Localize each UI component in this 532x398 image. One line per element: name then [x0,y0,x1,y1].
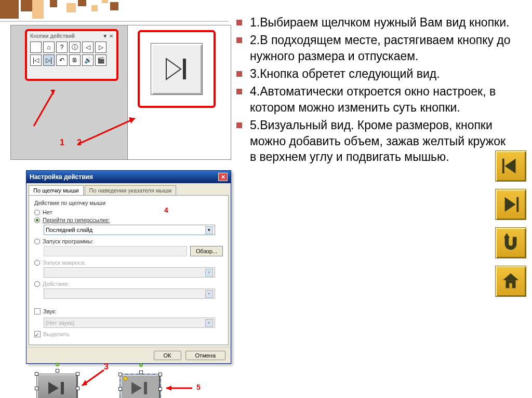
close-icon[interactable]: ✕ [218,173,228,181]
radio-none[interactable] [34,210,40,215]
action-btn-movie[interactable]: 🎬 [95,54,107,66]
nav-home-button[interactable] [495,266,526,297]
svg-line-2 [34,90,55,126]
button-preview [138,30,216,108]
svg-marker-18 [504,233,510,238]
placed-button-5[interactable] [119,374,161,398]
cancel-button[interactable]: Отмена [185,351,225,360]
action-btn-first[interactable]: |◁ [30,54,42,66]
highlight-checkbox[interactable] [34,331,41,337]
placed-button-3[interactable] [36,374,78,398]
ok-button[interactable]: ОК [154,351,181,360]
radio-action [34,281,40,287]
action-btn-help[interactable]: ? [56,42,68,53]
radio-macro [34,260,40,266]
svg-line-4 [78,118,135,144]
action-settings-dialog: Настройка действия ✕ По щелчку мыши По н… [26,170,231,364]
svg-rect-7 [61,382,64,394]
step-2: 2.В подходящем месте, растягиваем кнопку… [236,32,512,64]
nav-return-button[interactable] [495,227,526,258]
label-1: 1 [60,138,64,147]
decorative-squares [0,0,135,26]
sound-checkbox[interactable] [34,308,41,314]
hyperlink-combo[interactable]: Последний слайд▾ [44,225,215,235]
step-1: 1.Выбираем щелчком нужный Вам вид кнопки… [236,15,512,30]
svg-marker-19 [503,273,518,280]
chevron-down-icon[interactable]: ▾ [205,226,213,234]
action-btn-doc[interactable]: 🗎 [69,54,81,66]
svg-marker-6 [48,382,59,394]
action-buttons-toolbar: Кнопки действий ▼ ✕ ⌂ ? ⓘ ◁ ▷ |◁ ▷| ↶ 🗎 … [25,29,118,81]
macro-combo: ▾ [44,267,215,278]
toolbar-title: Кнопки действий [30,33,75,39]
svg-marker-14 [505,159,516,174]
nav-prev-button[interactable] [495,150,526,182]
tab-click[interactable]: По щелчку мыши [29,185,84,195]
action-btn-home[interactable]: ⌂ [43,42,55,53]
radio-run-program[interactable] [34,239,40,244]
svg-marker-0 [166,59,181,79]
step-4: 4.Автоматически откроется окно настроек,… [236,84,512,115]
radio-hyperlink[interactable] [34,217,40,223]
action-btn-sound[interactable]: 🔊 [82,54,94,66]
program-path-field[interactable] [44,246,187,256]
step-3: 3.Кнопка обретет следующий вид. [236,66,512,81]
dialog-title: Настройка действия [30,173,93,181]
svg-marker-16 [505,197,516,212]
action-btn-info[interactable]: ⓘ [69,42,81,53]
action-btn-prev[interactable]: ◁ [82,42,94,53]
action-btn-return[interactable]: ↶ [56,54,68,66]
svg-rect-21 [509,283,512,289]
toolbar-controls: ▼ ✕ [102,33,113,39]
step-5: 5.Визуальный вид. Кроме размеров, кнопки… [236,117,512,164]
svg-rect-1 [183,59,186,79]
svg-marker-13 [166,386,171,391]
action-btn-empty[interactable] [30,42,42,53]
action-btn-next[interactable]: ▷ [95,42,107,53]
svg-rect-11 [144,382,147,394]
tab-hover[interactable]: По наведении указателя мыши [85,185,177,195]
group-label: Действие по щелчку мыши [34,200,223,206]
sound-combo: [Нет звука]▾ [44,318,215,328]
label-5: 5 [196,383,201,391]
nav-next-button[interactable] [495,189,526,220]
browse-button[interactable]: Обзор... [190,246,223,256]
label-2: 2 [77,138,82,147]
instruction-list: 1.Выбираем щелчком нужный Вам вид кнопки… [236,15,512,167]
svg-marker-10 [131,382,142,394]
label-4: 4 [164,206,168,214]
action-combo: ▾ [44,289,215,299]
svg-rect-15 [502,159,504,174]
label-3: 3 [104,362,109,372]
action-btn-last[interactable]: ▷| [43,54,55,66]
svg-rect-17 [516,197,518,212]
